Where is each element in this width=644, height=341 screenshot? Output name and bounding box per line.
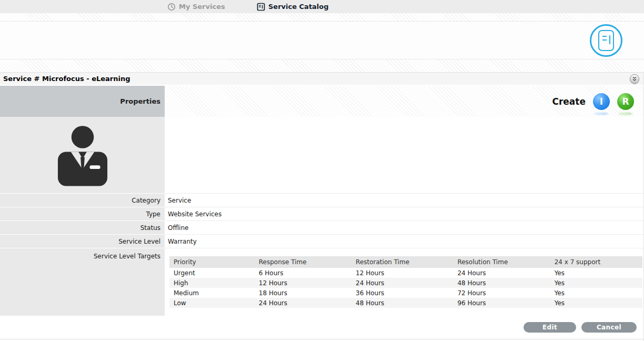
section-title: Service # Microfocus - eLearning [3,75,130,83]
top-tab-bar: My Services Service Catalog [0,0,644,13]
create-request-button[interactable]: R [617,93,634,110]
field-value: Service [165,194,643,207]
create-incident-button[interactable]: I [593,93,610,110]
banner-panel [0,21,644,59]
cell: 96 Hours [453,298,550,308]
field-label: Type [0,207,165,221]
targets-label: Service Level Targets [0,248,165,316]
cell: 12 Hours [255,278,351,288]
field-row-category: Category Service [0,194,643,207]
cell: Low [169,298,255,308]
table-row: Medium 18 Hours 36 Hours 72 Hours Yes [169,288,642,298]
section-header: Service # Microfocus - eLearning [0,72,643,85]
double-chevron-down-icon [632,76,637,82]
cell: Yes [550,278,642,288]
field-label: Category [0,194,165,207]
field-row-status: Status Offline [0,221,643,235]
cell: 24 Hours [351,278,453,288]
cell: 12 Hours [351,268,453,278]
hatched-divider-top [0,13,644,21]
create-actions-area: Create I R [165,86,643,117]
cell: Yes [550,268,642,278]
create-label: Create [552,96,586,107]
avatar-row-spacer [165,117,643,194]
sla-header-row: Priority Response Time Restoration Time … [169,256,642,268]
field-row-service-level: Service Level Warranty [0,235,643,248]
field-row-type: Type Website Services [0,207,643,221]
cell: 18 Hours [255,288,351,298]
cell: 48 Hours [453,278,550,288]
tab-my-services[interactable]: My Services [167,0,225,13]
action-button-bar: Edit Cancel [0,316,643,339]
field-value: Website Services [165,207,643,221]
service-catalog-circle-icon [590,24,622,57]
cell: Yes [550,298,642,308]
table-row: Urgent 6 Hours 12 Hours 24 Hours Yes [169,268,642,278]
cell: High [169,278,255,288]
column-header: Resolution Time [453,256,550,268]
cell: 72 Hours [453,288,550,298]
list-document-icon [257,3,265,11]
table-row: Low 24 Hours 48 Hours 96 Hours Yes [169,298,642,308]
hatched-divider-middle [0,59,644,72]
cell: 6 Hours [255,268,351,278]
column-header: Priority [169,256,255,268]
bottom-divider [0,339,643,341]
cell: Medium [169,288,255,298]
column-header: Restoration Time [351,256,453,268]
service-level-targets-row: Service Level Targets Priority Response … [0,248,643,316]
field-label: Status [0,221,165,235]
sla-targets-table: Priority Response Time Restoration Time … [169,256,642,308]
field-label: Service Level [0,235,165,248]
cell: Urgent [169,268,255,278]
column-header: Response Time [255,256,351,268]
cell: 24 Hours [453,268,550,278]
properties-header-row: Properties Create I R [0,86,643,117]
business-person-icon [53,122,112,188]
clock-icon [167,3,176,11]
field-value: Offline [165,221,643,235]
tab-my-services-label: My Services [179,3,225,11]
table-row: High 12 Hours 24 Hours 48 Hours Yes [169,278,642,288]
tab-service-catalog[interactable]: Service Catalog [257,0,329,13]
service-detail-section: Service # Microfocus - eLearning Propert… [0,72,644,341]
avatar-cell [0,117,165,194]
edit-button[interactable]: Edit [524,322,576,333]
collapse-section-button[interactable] [630,74,639,84]
cell: 48 Hours [351,298,453,308]
avatar-row [0,117,643,194]
cancel-button[interactable]: Cancel [581,322,637,333]
properties-tab-label: Properties [0,86,165,117]
cell: 24 Hours [255,298,351,308]
cell: Yes [550,288,642,298]
cell: 36 Hours [351,288,453,298]
field-value: Warranty [165,235,643,248]
tab-service-catalog-label: Service Catalog [268,3,329,11]
column-header: 24 x 7 support [550,256,642,268]
targets-table-area: Priority Response Time Restoration Time … [165,248,643,316]
